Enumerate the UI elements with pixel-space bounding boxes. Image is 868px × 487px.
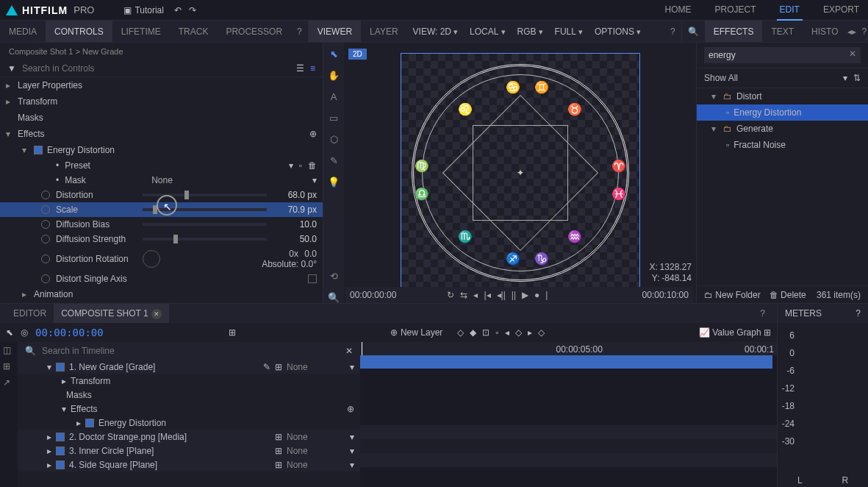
- rotation-dial[interactable]: [143, 250, 160, 268]
- diffusion-strength-slider[interactable]: [143, 238, 267, 241]
- keyframe-toggle[interactable]: [41, 235, 50, 244]
- add-effect-icon[interactable]: ⊕: [309, 129, 317, 139]
- tab-editor[interactable]: EDITOR: [6, 304, 54, 323]
- effect-enable-checkbox[interactable]: [34, 146, 43, 154]
- range-icon[interactable]: ⇆: [460, 290, 467, 300]
- view-options[interactable]: OPTIONS ▾: [589, 21, 647, 42]
- view-local[interactable]: LOCAL ▾: [464, 21, 511, 42]
- prop-preset[interactable]: •Preset▾▫🗑: [0, 158, 323, 173]
- track-2[interactable]: [360, 425, 777, 439]
- nav-project[interactable]: PROJECT: [712, 0, 759, 21]
- tl-search-icon[interactable]: 🔍: [25, 346, 36, 356]
- tab-layer[interactable]: LAYER: [361, 21, 406, 42]
- keyframe-toggle[interactable]: [41, 191, 50, 199]
- clear-search-icon[interactable]: ✕: [849, 49, 856, 59]
- kf-linear-icon[interactable]: ◇: [538, 327, 545, 338]
- layer-1-masks[interactable]: Masks: [18, 388, 360, 402]
- timeline-help-icon[interactable]: ?: [754, 302, 771, 324]
- tab-history[interactable]: HISTO: [803, 21, 847, 42]
- effect-folder-generate[interactable]: ▾🗀Generate: [697, 121, 868, 137]
- nav-export[interactable]: EXPORT: [820, 0, 862, 21]
- keyframe-toggle[interactable]: [41, 205, 50, 214]
- show-all-dropdown[interactable]: Show All▾⇅: [697, 68, 868, 88]
- kf-next-icon[interactable]: ◇: [515, 327, 522, 338]
- tl-snap-icon[interactable]: ◎: [21, 327, 28, 338]
- value-graph-button[interactable]: 📈 Value Graph ⊞: [699, 327, 771, 338]
- layer-edit-icon[interactable]: ✎: [263, 362, 270, 372]
- layer-eye-icon[interactable]: ⊞: [275, 446, 282, 456]
- track-3[interactable]: [360, 439, 777, 453]
- kf-prev-icon[interactable]: ◇: [457, 327, 464, 338]
- play-icon[interactable]: ▶: [522, 290, 528, 300]
- tab-media[interactable]: MEDIA: [0, 21, 46, 42]
- layer-1-energy[interactable]: ▸Energy Distortion: [18, 416, 360, 430]
- close-tab-icon[interactable]: ✕: [151, 309, 162, 319]
- track-4[interactable]: [360, 453, 777, 467]
- prop-diffusion-bias[interactable]: Diffusion Bias 10.0: [0, 217, 323, 232]
- layer-1[interactable]: ▾1. New Grade [Grade]✎⊞None▾: [18, 360, 360, 374]
- tree-energy-distortion[interactable]: ▾Energy Distortion: [0, 142, 323, 158]
- layer-enable-checkbox[interactable]: [56, 461, 65, 469]
- kf-add-icon[interactable]: ◆: [470, 327, 476, 338]
- tool-mask-icon[interactable]: ▭: [329, 113, 338, 124]
- clip-grade[interactable]: [360, 355, 772, 369]
- scale-value[interactable]: 70.9 px: [273, 205, 317, 215]
- nav-home[interactable]: HOME: [662, 0, 695, 21]
- single-axis-checkbox[interactable]: [308, 274, 317, 283]
- sort-icon[interactable]: ⇅: [853, 73, 861, 83]
- layer-1-transform[interactable]: ▸Transform: [18, 374, 360, 388]
- view-list-icon[interactable]: ☰: [296, 63, 304, 74]
- view-rgb[interactable]: RGB ▾: [512, 21, 549, 42]
- viewer-duration[interactable]: 00:00:10:00: [642, 290, 689, 300]
- viewer-help-icon[interactable]: ?: [664, 21, 681, 42]
- tab-track[interactable]: TRACK: [170, 21, 218, 42]
- layer-4[interactable]: ▸4. Side Square [Plane]⊞None▾: [18, 458, 360, 472]
- playhead[interactable]: [362, 342, 362, 355]
- tree-effects[interactable]: ▾Effects⊕: [0, 126, 323, 142]
- filter-icon[interactable]: ▼: [7, 63, 16, 74]
- tl-tool3-icon[interactable]: ↗: [0, 374, 18, 391]
- effect-folder-distort[interactable]: ▾🗀Distort: [697, 88, 868, 104]
- nav-edit[interactable]: EDIT: [777, 0, 803, 21]
- kf-in-icon[interactable]: ▫: [495, 327, 498, 338]
- prop-scale[interactable]: Scale 70.9 px: [0, 202, 323, 217]
- step-back-icon[interactable]: ◂||: [497, 290, 506, 300]
- preset-delete-icon[interactable]: 🗑: [308, 160, 317, 171]
- effects-help-icon[interactable]: ?: [856, 21, 868, 42]
- tl-tool-icon[interactable]: ⬉: [6, 327, 13, 338]
- keyframe-toggle[interactable]: [41, 274, 50, 283]
- new-layer-button[interactable]: ⊕New Layer: [390, 327, 442, 338]
- tl-tool2-icon[interactable]: ⊞: [0, 358, 18, 374]
- viewer-canvas[interactable]: ♋ ♊ ♌ ♉ ♍ ♈ ♎ ♓ ♏ ♒ ♐ ♑ ✦: [401, 53, 640, 293]
- tree-layer-properties[interactable]: ▸Layer Properties: [0, 77, 323, 93]
- kf-out-icon[interactable]: ◂: [505, 327, 509, 338]
- redo-icon[interactable]: ↷: [189, 5, 196, 15]
- layer-enable-checkbox[interactable]: [56, 363, 65, 372]
- tool-shape-icon[interactable]: ⬡: [330, 134, 338, 145]
- effects-search-icon[interactable]: 🔍: [682, 21, 705, 42]
- view-grid-icon[interactable]: ≡: [310, 63, 315, 74]
- keyframe-toggle[interactable]: [41, 220, 50, 229]
- prop-distortion[interactable]: Distortion 68.0 px: [0, 188, 323, 202]
- track-1[interactable]: [360, 355, 777, 369]
- tl-option-icon[interactable]: ⊞: [229, 327, 236, 338]
- layer-eye-icon[interactable]: ⊞: [275, 362, 282, 372]
- new-folder-button[interactable]: 🗀 New Folder: [704, 290, 761, 300]
- preset-save-icon[interactable]: ▫: [299, 160, 302, 171]
- layer-1-effects[interactable]: ▾Effects⊕: [18, 402, 360, 416]
- layer-enable-checkbox[interactable]: [56, 447, 65, 455]
- prop-distort-single-axis[interactable]: Distort Single Axis: [0, 271, 323, 286]
- tab-controls[interactable]: CONTROLS: [46, 21, 112, 42]
- pause-icon[interactable]: ||: [512, 290, 516, 300]
- diffusion-bias-slider[interactable]: [143, 223, 267, 226]
- layer-3[interactable]: ▸3. Inner Circle [Plane]⊞None▾: [18, 444, 360, 458]
- tab-text[interactable]: TEXT: [762, 21, 803, 42]
- mask-dropdown-icon[interactable]: ▾: [312, 175, 317, 185]
- search-controls-input[interactable]: [22, 63, 290, 74]
- delete-button[interactable]: 🗑 Delete: [770, 290, 806, 300]
- effect-enable-checkbox[interactable]: [85, 419, 94, 427]
- view-mode[interactable]: VIEW: 2D ▾: [407, 21, 465, 42]
- tl-tool1-icon[interactable]: ◫: [0, 342, 18, 358]
- tree-animation[interactable]: ▸Animation: [0, 286, 323, 302]
- tool-text-icon[interactable]: A: [331, 91, 337, 102]
